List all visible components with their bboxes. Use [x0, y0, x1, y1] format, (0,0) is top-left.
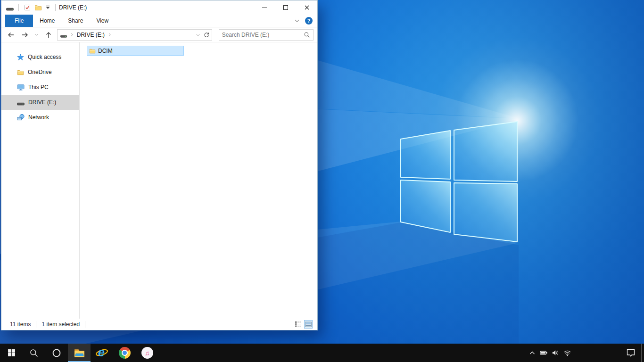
taskbar-empty-area	[158, 344, 526, 362]
status-separator	[85, 321, 85, 328]
taskbar: e ♫	[0, 344, 644, 362]
toolbar-separator	[18, 4, 19, 11]
maximize-button[interactable]	[275, 0, 296, 15]
taskbar-file-explorer-icon[interactable]	[68, 344, 91, 362]
taskbar-search-icon[interactable]	[23, 344, 45, 362]
taskbar-chrome-icon[interactable]	[113, 344, 136, 362]
sidebar-item-label: Network	[28, 114, 49, 121]
breadcrumb-drive[interactable]: DRIVE (E:)	[77, 32, 105, 38]
navigation-bar: DRIVE (E:)	[1, 27, 317, 42]
customize-toolbar-chevron-icon[interactable]	[45, 6, 50, 9]
battery-icon[interactable]	[538, 344, 550, 362]
window-controls	[254, 0, 317, 15]
chevron-right-icon	[69, 32, 74, 37]
large-thumbnails-view-icon[interactable]	[304, 320, 313, 329]
sidebar-item-onedrive[interactable]: OneDrive	[1, 65, 79, 80]
sidebar-item-quick-access[interactable]: Quick access	[1, 49, 79, 65]
start-button[interactable]	[0, 344, 23, 362]
close-button[interactable]	[296, 0, 317, 15]
itunes-logo: ♫	[141, 347, 153, 359]
forward-button[interactable]	[19, 29, 31, 41]
tab-share[interactable]: Share	[61, 15, 90, 27]
title-bar[interactable]: DRIVE (E:)	[1, 0, 317, 15]
sidebar-item-label: This PC	[28, 84, 49, 90]
details-view-icon[interactable]	[294, 320, 302, 329]
help-button[interactable]: ?	[305, 17, 313, 25]
search-icon[interactable]	[304, 32, 310, 38]
chrome-logo	[119, 347, 131, 359]
status-separator	[36, 321, 36, 328]
sidebar-item-drive-e[interactable]: DRIVE (E:)	[1, 95, 79, 110]
sidebar-item-network[interactable]: Network	[1, 110, 79, 125]
minimize-button[interactable]	[254, 0, 275, 15]
internet-explorer-logo: e	[95, 347, 108, 359]
chevron-right-icon	[107, 32, 112, 37]
back-button[interactable]	[5, 29, 17, 41]
selection-count: 1 item selected	[41, 321, 80, 328]
sidebar-item-this-pc[interactable]: This PC	[1, 80, 79, 95]
network-icon	[17, 114, 25, 121]
wifi-icon[interactable]	[561, 344, 573, 362]
star-icon	[17, 54, 24, 61]
file-item-dcim[interactable]: DCIM	[87, 46, 184, 56]
up-button[interactable]	[43, 29, 54, 41]
explorer-window: DRIVE (E:) File Home Share View ? DRIVE …	[1, 0, 318, 330]
monitor-icon	[17, 83, 25, 91]
show-desktop-button[interactable]	[641, 344, 644, 362]
quick-access-toolbar	[1, 4, 57, 11]
toolbar-separator	[55, 4, 56, 11]
address-dropdown-chevron-icon[interactable]	[195, 32, 201, 38]
items-count: 11 items	[10, 321, 31, 328]
expand-ribbon-chevron-icon[interactable]	[294, 17, 300, 24]
tab-file[interactable]: File	[5, 15, 33, 27]
hidden-icons-chevron-icon[interactable]	[526, 344, 538, 362]
file-list[interactable]: DCIM	[80, 42, 317, 319]
address-bar[interactable]: DRIVE (E:)	[57, 29, 212, 41]
action-center-icon[interactable]	[620, 344, 641, 362]
window-title: DRIVE (E:)	[59, 4, 87, 11]
file-name: DCIM	[98, 48, 113, 54]
sidebar-item-label: DRIVE (E:)	[28, 99, 56, 106]
recent-locations-chevron-icon[interactable]	[33, 29, 40, 41]
drive-icon	[17, 99, 25, 106]
new-folder-button[interactable]	[34, 4, 42, 11]
navigation-pane: Quick access OneDrive This PC DRIVE (E:)…	[1, 42, 80, 319]
tab-home[interactable]: Home	[33, 15, 61, 27]
sidebar-item-label: Quick access	[28, 54, 61, 60]
taskbar-internet-explorer-icon[interactable]: e	[91, 344, 113, 362]
status-bar: 11 items 1 item selected	[1, 319, 317, 330]
sidebar-item-label: OneDrive	[28, 69, 52, 75]
folder-icon	[17, 69, 24, 76]
search-box	[219, 29, 314, 41]
refresh-icon[interactable]	[203, 32, 210, 38]
volume-icon[interactable]	[550, 344, 561, 362]
drive-icon	[6, 4, 14, 11]
taskbar-itunes-icon[interactable]: ♫	[136, 344, 158, 362]
properties-button[interactable]	[24, 4, 31, 11]
cortana-icon[interactable]	[45, 344, 68, 362]
search-input[interactable]	[222, 32, 304, 38]
tab-view[interactable]: View	[90, 15, 115, 27]
folder-icon	[89, 48, 96, 54]
ribbon-tabs: File Home Share View ?	[1, 15, 317, 27]
drive-icon	[60, 32, 67, 38]
